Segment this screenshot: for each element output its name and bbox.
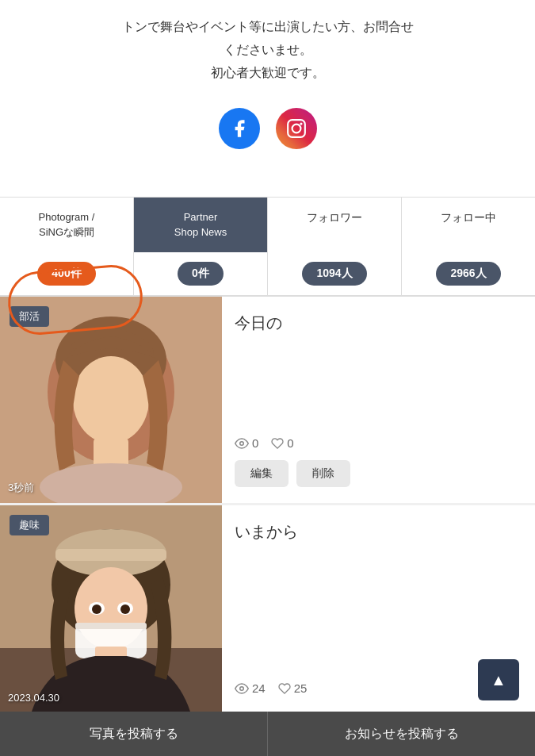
post-1-like-count: 0 xyxy=(287,436,293,450)
facebook-icon[interactable] xyxy=(219,108,260,149)
post-card-1: 部活 3秒前 今日の 0 xyxy=(0,297,535,503)
post-1-time: 3秒前 xyxy=(8,481,34,495)
top-line3: 初心者大歓迎です。 xyxy=(32,62,503,85)
news-post-button[interactable]: お知らせを投稿する xyxy=(268,712,535,756)
svg-point-9 xyxy=(240,442,244,446)
post-2-views: 24 xyxy=(235,681,266,696)
svg-rect-0 xyxy=(288,121,305,138)
heart-icon-2 xyxy=(278,682,291,695)
tab-followers[interactable]: フォロワー xyxy=(268,198,402,251)
post-1-content: 今日の 0 0 xyxy=(222,297,535,503)
eye-icon-2 xyxy=(235,681,249,696)
top-line1: トンで舞台やイベント等に出演したい方、お問合せ xyxy=(32,16,503,39)
scroll-top-button[interactable]: ▲ xyxy=(478,659,519,700)
svg-point-21 xyxy=(120,604,130,614)
post-1-actions: 編集 削除 xyxy=(235,460,522,487)
post-2-view-count: 24 xyxy=(252,681,266,695)
tabs-container: Photogram /SiNGな瞬間 PartnerShop News フォロワ… xyxy=(0,197,535,251)
tab-photogram[interactable]: Photogram /SiNGな瞬間 xyxy=(0,198,134,251)
photo-post-button[interactable]: 写真を投稿する xyxy=(0,712,268,756)
counts-container: 400件 0件 1094人 2966人 xyxy=(0,252,535,297)
post-2-like-count: 25 xyxy=(294,681,308,695)
post-2-title: いまから xyxy=(235,521,522,543)
post-1-edit-btn[interactable]: 編集 xyxy=(235,460,289,487)
heart-icon xyxy=(271,437,284,450)
post-card-2: 趣味 2023.04.30 いまから 24 xyxy=(0,505,535,712)
tab-following[interactable]: フォロー中 xyxy=(402,198,535,251)
post-2-image: 趣味 2023.04.30 xyxy=(0,505,222,712)
post-2-date: 2023.04.30 xyxy=(8,692,59,704)
svg-rect-17 xyxy=(75,623,147,629)
svg-point-2 xyxy=(300,123,302,125)
svg-point-6 xyxy=(73,356,149,443)
eye-icon xyxy=(235,436,249,451)
svg-point-20 xyxy=(92,604,101,614)
post-1-likes: 0 xyxy=(271,436,293,450)
svg-point-1 xyxy=(292,125,300,133)
instagram-icon[interactable] xyxy=(276,108,317,149)
count-partnershop[interactable]: 0件 xyxy=(134,252,268,295)
tab-partnershop[interactable]: PartnerShop News xyxy=(134,198,268,251)
count-photogram-badge[interactable]: 400件 xyxy=(37,262,95,286)
post-1-delete-btn[interactable]: 削除 xyxy=(296,460,350,487)
bottom-bar: 写真を投稿する お知らせを投稿する xyxy=(0,712,535,756)
social-icons xyxy=(32,108,503,149)
count-partnershop-badge[interactable]: 0件 xyxy=(178,262,224,286)
post-1-views: 0 xyxy=(235,436,258,451)
top-line2: くださいませ。 xyxy=(32,39,503,62)
post-1-stats: 0 0 xyxy=(235,436,522,451)
posts-container: 部活 3秒前 今日の 0 xyxy=(0,297,535,712)
post-2-likes: 25 xyxy=(278,681,308,695)
post-2-category: 趣味 xyxy=(10,515,49,535)
count-photogram[interactable]: 400件 xyxy=(0,252,134,295)
top-text: トンで舞台やイベント等に出演したい方、お問合せ くださいませ。 初心者大歓迎です… xyxy=(32,16,503,84)
count-following-badge[interactable]: 2966人 xyxy=(436,262,500,286)
count-followers-badge[interactable]: 1094人 xyxy=(302,262,366,286)
post-1-title: 今日の xyxy=(235,313,522,334)
post-1-image: 部活 3秒前 xyxy=(0,297,222,503)
post-1-view-count: 0 xyxy=(252,436,258,450)
top-section: トンで舞台やイベント等に出演したい方、お問合せ くださいませ。 初心者大歓迎です… xyxy=(0,0,535,197)
svg-rect-14 xyxy=(55,549,166,561)
count-followers[interactable]: 1094人 xyxy=(268,252,402,295)
post-1-category: 部活 xyxy=(10,306,49,327)
svg-point-23 xyxy=(240,687,244,691)
count-following[interactable]: 2966人 xyxy=(402,252,535,295)
